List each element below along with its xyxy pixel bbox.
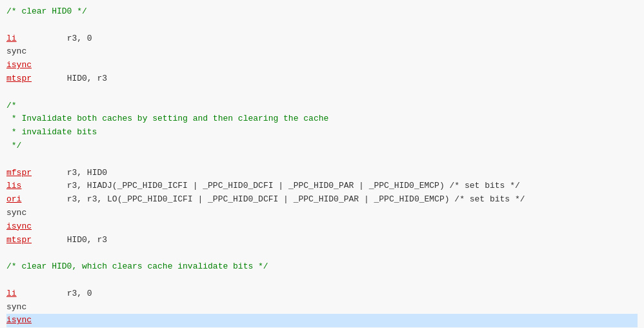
- comment-text: /* clear HID0 */: [6, 6, 87, 16]
- normal-text: sync: [6, 302, 26, 312]
- code-line: /* clear HID0 */: [6, 5, 638, 19]
- code-line: isync: [6, 314, 638, 327]
- code-line: li r3, 0: [6, 287, 638, 301]
- operands: HID0, r3: [32, 74, 107, 83]
- normal-text: sync: [6, 208, 26, 218]
- instruction: mtspr: [6, 74, 32, 83]
- operands: r3, HID0: [32, 168, 107, 178]
- code-line: [6, 153, 638, 167]
- code-line: /*: [6, 99, 638, 113]
- code-line: isync: [6, 59, 638, 72]
- code-line: mtspr HID0, r3: [6, 234, 638, 247]
- instruction: isync: [6, 221, 32, 231]
- code-line: ori r3, r3, LO(_PPC_HID0_ICFI | _PPC_HID…: [6, 193, 638, 207]
- operands: HID0, r3: [32, 235, 107, 245]
- normal-text: sync: [6, 46, 26, 56]
- comment-text: */: [6, 141, 21, 150]
- operands: r3, r3, LO(_PPC_HID0_ICFI | _PPC_HID0_DC…: [21, 194, 525, 204]
- comment-text: /*: [6, 101, 17, 110]
- operands: r3, 0: [17, 289, 92, 298]
- instruction: mtspr: [6, 235, 32, 245]
- instruction: isync: [6, 60, 32, 70]
- code-line: */: [6, 139, 638, 153]
- code-line: * invalidate bits: [6, 126, 638, 139]
- instruction: isync: [6, 315, 32, 325]
- code-line: lis r3, HIADJ(_PPC_HID0_ICFI | _PPC_HID0…: [6, 179, 638, 193]
- code-line: [6, 19, 638, 32]
- comment-text: * Invalidate both caches by setting and …: [6, 114, 328, 123]
- code-line: mtspr HID0, r3: [6, 72, 638, 86]
- code-line: sync: [6, 301, 638, 314]
- code-line: sync: [6, 207, 638, 220]
- code-line: li r3, 0: [6, 32, 638, 46]
- code-line: isync: [6, 220, 638, 234]
- code-line: * Invalidate both caches by setting and …: [6, 112, 638, 126]
- operands: r3, 0: [17, 34, 92, 43]
- instruction: li: [6, 289, 17, 298]
- instruction: mfspr: [6, 168, 32, 178]
- code-line: mfspr r3, HID0: [6, 167, 638, 180]
- operands: r3, HIADJ(_PPC_HID0_ICFI | _PPC_HID0_DCF…: [21, 181, 519, 190]
- code-line: [6, 247, 638, 260]
- instruction: li: [6, 34, 17, 43]
- code-display: /* clear HID0 */li r3, 0syncisyncmtspr H…: [6, 5, 638, 328]
- code-container: /* clear HID0 */li r3, 0syncisyncmtspr H…: [0, 0, 644, 328]
- instruction: ori: [6, 194, 21, 204]
- instruction: lis: [6, 181, 21, 190]
- comment-text: * invalidate bits: [6, 127, 97, 137]
- code-line: /* clear HID0, which clears cache invali…: [6, 260, 638, 274]
- comment-text: /* clear HID0, which clears cache invali…: [6, 261, 268, 271]
- code-line: [6, 86, 638, 99]
- code-line: sync: [6, 45, 638, 59]
- code-line: [6, 274, 638, 287]
